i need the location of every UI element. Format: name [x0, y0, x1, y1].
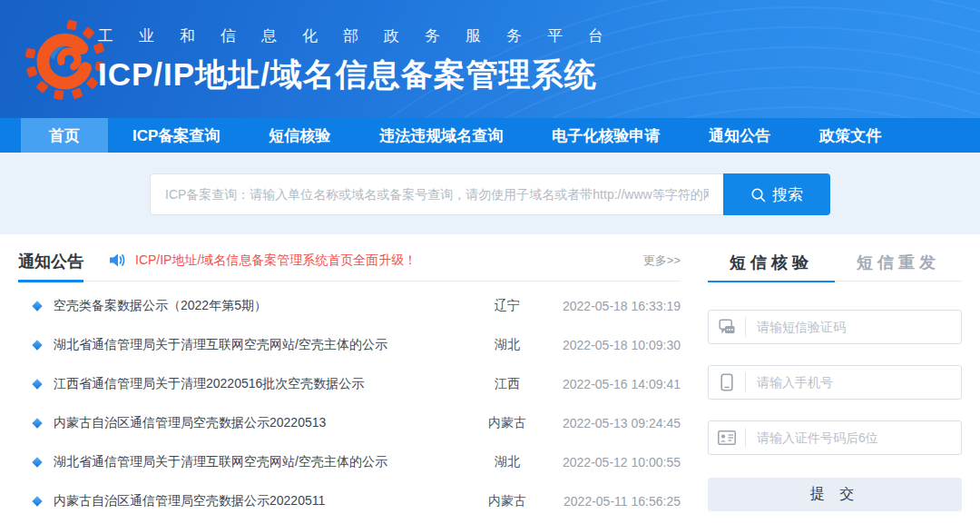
notice-row[interactable]: 内蒙古自治区通信管理局空壳数据公示20220513 内蒙古 2022-05-13…: [18, 403, 681, 442]
notice-province: 内蒙古: [466, 493, 548, 509]
id-number-input[interactable]: [746, 421, 961, 454]
search-section: 搜索: [0, 153, 980, 234]
notice-datetime: 2022-05-16 14:09:41: [548, 377, 681, 391]
notice-row[interactable]: 湖北省通信管理局关于清理互联网空壳网站/空壳主体的公示 湖北 2022-05-1…: [18, 325, 681, 364]
main-nav: 首页 ICP备案查询 短信核验 违法违规域名查询 电子化核验申请 通知公告 政策…: [0, 118, 980, 153]
sms-tabs: 短信核验 短信重发: [708, 234, 962, 282]
main-content: 通知公告 ICP/IP地址/域名信息备案管理系统首页全面升级！ 更多>> 空壳类…: [0, 234, 980, 524]
nav-item-notices[interactable]: 通知公告: [684, 118, 795, 153]
notice-datetime: 2022-05-13 09:24:45: [548, 416, 681, 430]
notice-title-link[interactable]: 空壳类备案数据公示（2022年第5期）: [54, 298, 466, 314]
speaker-icon: [109, 252, 126, 268]
notice-province: 湖北: [466, 337, 548, 353]
phone-field-wrap: [708, 365, 962, 400]
diamond-bullet-icon: [32, 340, 42, 350]
diamond-bullet-icon: [32, 418, 42, 428]
notice-title-link[interactable]: 内蒙古自治区通信管理局空壳数据公示20220511: [54, 493, 466, 509]
id-number-field-wrap: [708, 420, 962, 455]
notice-row[interactable]: 江西省通信管理局关于清理20220516批次空壳数据公示 江西 2022-05-…: [18, 364, 681, 403]
notice-title-link[interactable]: 江西省通信管理局关于清理20220516批次空壳数据公示: [54, 376, 466, 392]
notice-section-title: 通知公告: [18, 234, 83, 282]
mobile-phone-icon: [720, 373, 733, 391]
nav-item-illegal-domain-query[interactable]: 违法违规域名查询: [355, 118, 527, 153]
sms-code-input[interactable]: [746, 311, 961, 343]
notice-datetime: 2022-05-18 10:09:30: [548, 338, 681, 352]
diamond-bullet-icon: [32, 496, 42, 506]
search-bar: 搜索: [150, 173, 830, 215]
phone-number-input[interactable]: [746, 366, 961, 399]
notice-datetime: 2022-05-18 16:33:19: [548, 299, 681, 313]
notice-province: 辽宁: [466, 298, 548, 314]
notice-row[interactable]: 湖北省通信管理局关于清理互联网空壳网站/空壳主体的公示 湖北 2022-05-1…: [18, 442, 681, 481]
tab-sms-verify[interactable]: 短信核验: [708, 234, 835, 282]
notice-section: 通知公告 ICP/IP地址/域名信息备案管理系统首页全面升级！ 更多>> 空壳类…: [18, 234, 681, 524]
icp-search-input[interactable]: [150, 173, 723, 215]
notice-province: 江西: [466, 376, 548, 392]
sms-verification-panel: 短信核验 短信重发: [708, 234, 962, 524]
notice-title-link[interactable]: 湖北省通信管理局关于清理互联网空壳网站/空壳主体的公示: [54, 337, 466, 353]
diamond-bullet-icon: [32, 301, 42, 311]
notice-province: 内蒙古: [466, 415, 548, 431]
sms-code-field-wrap: [708, 310, 962, 344]
tab-sms-resend[interactable]: 短信重发: [835, 234, 962, 282]
sms-message-icon: [719, 319, 736, 335]
announcement-text: ICP/IP地址/域名信息备案管理系统首页全面升级！: [135, 252, 416, 269]
submit-button[interactable]: 提 交: [708, 478, 962, 511]
nav-item-e-verification-apply[interactable]: 电子化核验申请: [527, 118, 684, 153]
more-link[interactable]: 更多>>: [643, 252, 681, 269]
miit-logo[interactable]: [24, 18, 107, 102]
notice-row[interactable]: 内蒙古自治区通信管理局空壳数据公示20220511 内蒙古 2022-05-11…: [18, 481, 681, 520]
notice-datetime: 2022-05-11 16:56:25: [548, 494, 681, 509]
notice-row[interactable]: 空壳类备案数据公示（2022年第5期） 辽宁 2022-05-18 16:33:…: [18, 286, 681, 325]
platform-name: 工业和信息化部政务服务平台: [98, 25, 629, 46]
diamond-bullet-icon: [32, 457, 42, 467]
notice-title-link[interactable]: 内蒙古自治区通信管理局空壳数据公示20220513: [54, 415, 466, 431]
notice-list: 空壳类备案数据公示（2022年第5期） 辽宁 2022-05-18 16:33:…: [18, 282, 681, 520]
nav-item-home[interactable]: 首页: [21, 118, 108, 153]
notice-title-link[interactable]: 湖北省通信管理局关于清理互联网空壳网站/空壳主体的公示: [54, 454, 466, 470]
search-button-label: 搜索: [772, 184, 803, 205]
id-card-icon: [718, 430, 736, 445]
notice-province: 湖北: [466, 454, 548, 470]
site-title: ICP/IP地址/域名信息备案管理系统: [98, 54, 629, 96]
diamond-bullet-icon: [32, 379, 42, 389]
search-icon: [750, 187, 766, 203]
nav-item-icp-query[interactable]: ICP备案查询: [108, 118, 244, 153]
notice-datetime: 2022-05-12 10:00:55: [548, 455, 681, 470]
site-header: 工业和信息化部政务服务平台 ICP/IP地址/域名信息备案管理系统: [0, 0, 980, 118]
search-button[interactable]: 搜索: [723, 173, 830, 215]
nav-item-policy-files[interactable]: 政策文件: [795, 118, 906, 153]
announcement-link[interactable]: ICP/IP地址/域名信息备案管理系统首页全面升级！: [109, 247, 416, 269]
nav-item-sms-verification[interactable]: 短信核验: [244, 118, 355, 153]
